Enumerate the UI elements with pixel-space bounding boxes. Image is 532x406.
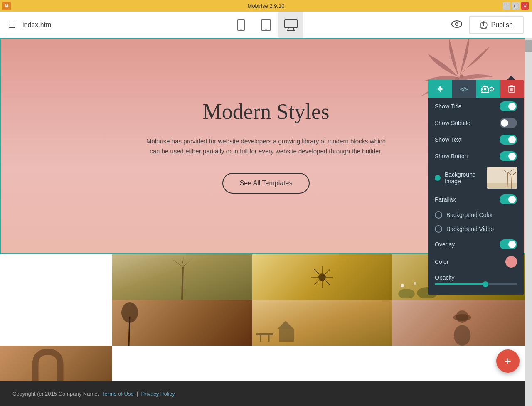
photo-cell-4: [112, 300, 252, 346]
svg-point-14: [460, 74, 464, 78]
opacity-slider-thumb[interactable]: [483, 281, 488, 287]
gear-unicode: ⚙: [489, 85, 495, 93]
background-video-label: Background Video: [446, 226, 494, 232]
opacity-slider-track: [435, 283, 517, 285]
svg-point-1: [241, 28, 242, 30]
background-image-label: Background Image: [445, 171, 483, 185]
svg-marker-41: [439, 86, 441, 88]
thumbnail-image: [487, 167, 517, 189]
svg-line-15: [182, 267, 183, 300]
opacity-label: Opacity: [435, 274, 454, 281]
mobile-icon: [236, 19, 246, 31]
toggle-knob: [508, 136, 516, 143]
right-toolbar: Publish: [451, 16, 524, 34]
overlay-toggle[interactable]: [500, 239, 517, 249]
color-swatch[interactable]: [505, 256, 517, 268]
panel-delete-button[interactable]: [500, 80, 524, 98]
menu-bar: ☰ index.html: [0, 12, 532, 38]
show-text-toggle[interactable]: [500, 135, 517, 145]
show-title-label: Show Title: [435, 103, 462, 110]
svg-line-21: [314, 269, 319, 274]
scrollbar-vertical[interactable]: [525, 38, 532, 406]
show-subtitle-label: Show Subtitle: [435, 120, 470, 126]
photo-cell-6: [392, 300, 532, 346]
show-title-toggle[interactable]: [500, 101, 517, 111]
grid-photo-4-tree: [112, 300, 162, 346]
toggle-knob: [508, 241, 516, 248]
background-video-row[interactable]: Background Video: [428, 222, 524, 236]
photo-cell-1: [112, 254, 252, 300]
background-video-radio[interactable]: [435, 225, 442, 233]
panel-arrow: [507, 76, 515, 80]
background-color-label: Background Color: [446, 212, 493, 218]
device-switcher: [229, 12, 303, 38]
publish-button[interactable]: Publish: [469, 16, 524, 34]
window-controls: – □ ✕: [503, 2, 529, 10]
svg-point-10: [456, 23, 458, 25]
svg-point-39: [453, 314, 471, 321]
hamburger-icon[interactable]: ☰: [8, 20, 16, 30]
svg-rect-33: [256, 333, 273, 335]
close-button[interactable]: ✕: [521, 2, 529, 10]
scrollbar-thumb[interactable]: [525, 40, 532, 52]
svg-point-32: [121, 302, 138, 323]
toggle-knob: [508, 196, 516, 203]
panel-code-button[interactable]: </>: [452, 80, 476, 98]
tablet-view-button[interactable]: [254, 12, 278, 38]
background-color-row[interactable]: Background Color: [428, 208, 524, 222]
hero-text: Mobirise has provided for website develo…: [141, 136, 391, 156]
show-title-row: Show Title: [428, 98, 524, 115]
color-label: Color: [435, 258, 448, 265]
show-button-row: Show Button: [428, 148, 524, 165]
show-button-label: Show Button: [435, 153, 468, 160]
panel-move-button[interactable]: [428, 80, 452, 98]
fab-add-button[interactable]: +: [496, 349, 520, 373]
opacity-row: Opacity: [428, 271, 524, 288]
grid-photo-5-bench: [252, 312, 302, 346]
svg-marker-42: [439, 90, 441, 92]
minimize-button[interactable]: –: [503, 2, 510, 10]
svg-marker-44: [441, 88, 443, 90]
svg-rect-56: [487, 183, 517, 189]
desktop-view-button[interactable]: [278, 12, 303, 38]
svg-rect-36: [279, 329, 294, 342]
maximize-button[interactable]: □: [512, 2, 520, 10]
show-text-label: Show Text: [435, 136, 461, 143]
settings-panel: </> ⚙: [428, 80, 524, 295]
background-image-indicator: [435, 175, 441, 181]
parallax-toggle[interactable]: [500, 194, 517, 204]
code-symbol: </>: [460, 86, 468, 92]
app-title: Mobirise 2.9.10: [248, 3, 285, 9]
tablet-icon: [261, 19, 271, 31]
title-bar: M Mobirise 2.9.10 – □ ✕: [0, 0, 532, 12]
trash-icon: [508, 85, 515, 93]
terms-of-use-link[interactable]: Terms of Use: [102, 391, 134, 397]
svg-point-27: [401, 284, 404, 287]
footer-copyright: Copyright (c) 2015 Company Name. Terms o…: [12, 391, 175, 397]
svg-line-22: [325, 280, 330, 285]
background-color-radio[interactable]: [435, 211, 442, 219]
svg-line-24: [314, 280, 319, 285]
footer-separator: |: [137, 391, 138, 397]
show-text-row: Show Text: [428, 131, 524, 148]
overlay-row: Overlay: [428, 236, 524, 253]
svg-point-48: [484, 89, 485, 90]
main-area: Modern Styles Mobirise has provided for …: [0, 38, 532, 406]
svg-point-16: [318, 273, 326, 281]
see-all-templates-button[interactable]: See All Templates: [222, 173, 310, 194]
svg-marker-43: [437, 88, 439, 90]
svg-marker-37: [277, 321, 294, 329]
svg-point-25: [398, 289, 415, 298]
parallax-label: Parallax: [435, 196, 456, 203]
mobile-view-button[interactable]: [229, 12, 254, 38]
privacy-policy-link[interactable]: Privacy Policy: [141, 391, 175, 397]
toggle-knob: [501, 119, 508, 127]
show-subtitle-toggle[interactable]: [500, 118, 517, 128]
preview-button[interactable]: [451, 20, 462, 30]
svg-rect-4: [285, 20, 297, 28]
color-row: Color: [428, 253, 524, 271]
toggle-knob: [508, 103, 516, 110]
background-image-thumbnail[interactable]: [487, 167, 517, 189]
show-button-toggle[interactable]: [500, 151, 517, 161]
panel-settings-button[interactable]: ⚙: [476, 80, 500, 98]
